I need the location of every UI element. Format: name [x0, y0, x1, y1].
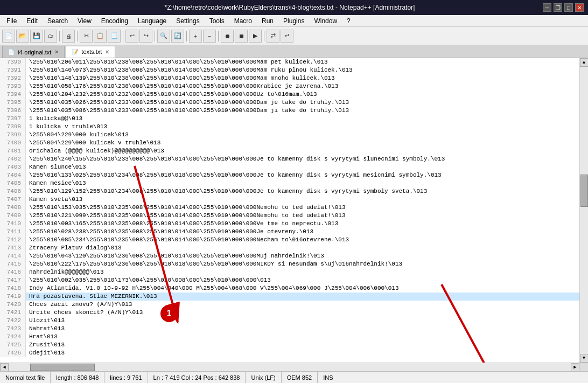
- tab-texts[interactable]: 📝 texts.txt ✕: [66, 46, 115, 58]
- line-number: 7415: [0, 260, 26, 268]
- line-number: 7390: [0, 58, 26, 66]
- table-row: 73971 kulicka@@\013: [0, 115, 579, 123]
- restore-button[interactable]: ❐: [554, 3, 562, 12]
- line-number: 7416: [0, 268, 26, 276]
- tb-zoom-in[interactable]: +: [189, 30, 202, 43]
- line-number: 7401: [0, 147, 26, 155]
- table-row: 7418Indy Atlantida, V1.0 10-9-92 H\255\0…: [0, 284, 579, 293]
- scroll-track[interactable]: [580, 67, 588, 354]
- scroll-left-button[interactable]: ◀: [0, 363, 9, 372]
- line-number: 7396: [0, 107, 26, 115]
- line-number: 7397: [0, 115, 26, 123]
- table-row: 7402\255\010\240\155\255\010\233\008\255…: [0, 155, 579, 163]
- tb-zoom-out[interactable]: −: [203, 30, 216, 43]
- editor-content[interactable]: 7390\255\010\206\011\255\010\238\008\255…: [0, 58, 579, 363]
- scroll-down-button[interactable]: ▼: [580, 354, 589, 363]
- line-content: \255\010\204\232\255\010\232\008\255\010…: [26, 90, 317, 99]
- line-number: 7395: [0, 99, 26, 107]
- menu-help[interactable]: ?: [342, 16, 355, 26]
- line-content: \255\010\140\073\255\010\238\008\255\010…: [26, 66, 353, 74]
- tb-sync[interactable]: ⇄: [267, 30, 279, 43]
- line-content: \255\004\229\000 kulicek\013: [26, 131, 129, 139]
- editor-container: 7390\255\010\206\011\255\010\238\008\255…: [0, 58, 588, 363]
- table-row: 7399\255\004\229\000 kulicek\013: [0, 131, 579, 139]
- scrollbar-h-container: ◀ ▶: [0, 363, 588, 371]
- menu-encoding[interactable]: Encoding: [97, 16, 132, 26]
- tab-close-1[interactable]: ✕: [54, 49, 59, 55]
- maximize-button[interactable]: □: [564, 3, 573, 12]
- toolbar-sep-6: [218, 31, 219, 41]
- status-bar: Normal text file length : 806 848 lines …: [0, 371, 588, 383]
- scrollbar-horizontal[interactable]: ◀ ▶: [0, 363, 579, 371]
- line-number: 7398: [0, 123, 26, 131]
- close-button[interactable]: ✕: [575, 3, 584, 12]
- toolbar-sep-7: [264, 31, 264, 41]
- tb-saveall[interactable]: 🗂: [44, 30, 57, 43]
- menu-macro[interactable]: Macro: [230, 16, 256, 26]
- toolbar-sep-1: [59, 31, 60, 41]
- table-row: 7415\255\010\222\175\255\010\236\008\255…: [0, 260, 579, 268]
- scrollbar-vertical[interactable]: ▲ ▼: [579, 58, 588, 363]
- line-number: 7400: [0, 139, 26, 147]
- scroll-h-thumb[interactable]: [30, 364, 95, 371]
- menu-tools[interactable]: Tools: [205, 16, 229, 26]
- tb-macro-rec[interactable]: ⏺: [221, 30, 234, 43]
- line-number: 7411: [0, 228, 26, 236]
- line-content: Zrusit\013: [26, 341, 65, 349]
- menu-view[interactable]: View: [73, 16, 96, 26]
- window-controls[interactable]: ─ ❐ □ ✕: [543, 3, 584, 12]
- line-number: 7408: [0, 204, 26, 212]
- line-content: 1 kulicka@@\013: [26, 115, 82, 123]
- line-number: 7393: [0, 82, 26, 90]
- tb-cut[interactable]: ✂: [80, 30, 93, 43]
- table-row: 7396\255\010\035\086\255\010\233\008\255…: [0, 107, 579, 115]
- tb-paste[interactable]: 📃: [108, 30, 121, 43]
- table-row: 7405Kamen mesice\013: [0, 179, 579, 187]
- tb-new[interactable]: 📄: [2, 30, 15, 43]
- scrollbar-corner: [579, 363, 588, 372]
- menu-settings[interactable]: Settings: [172, 16, 204, 26]
- tb-copy[interactable]: 📋: [94, 30, 107, 43]
- table-row: 7393\255\010\058\176\255\010\238\008\255…: [0, 82, 579, 90]
- scroll-up-button[interactable]: ▲: [580, 58, 589, 67]
- tb-print[interactable]: 🖨: [62, 30, 75, 43]
- table-row: 7414\255\010\043\120\255\010\236\008\255…: [0, 252, 579, 260]
- tab-i4-original[interactable]: 📄 i4-original.txt ✕: [2, 46, 65, 58]
- tb-replace[interactable]: 🔄: [171, 30, 184, 43]
- tab-close-2[interactable]: ✕: [105, 49, 109, 55]
- toolbar: 📄 📂 💾 🗂 🖨 ✂ 📋 📃 ↩ ↪ 🔍 🔄 + − ⏺ ⏹ ▶ ⇄ ↵: [0, 27, 588, 45]
- table-row: 7419Hra pozastavena. Stlac MEZERNIK.\013: [0, 293, 579, 301]
- tb-undo[interactable]: ↩: [125, 30, 138, 43]
- line-content: Hra pozastavena. Stlac MEZERNIK.\013: [26, 293, 157, 301]
- tb-open[interactable]: 📂: [16, 30, 29, 43]
- line-content: \255\010\002\035\255\010\173\004\255\010…: [26, 276, 271, 284]
- menu-run[interactable]: Run: [257, 16, 278, 26]
- tb-macro-stop[interactable]: ⏹: [235, 30, 248, 43]
- menu-file[interactable]: File: [2, 16, 21, 26]
- scroll-thumb[interactable]: [580, 175, 588, 207]
- line-content: Hrat\013: [26, 333, 58, 341]
- menu-language[interactable]: Language: [134, 16, 171, 26]
- menu-window[interactable]: Window: [310, 16, 341, 26]
- scroll-h-track[interactable]: [9, 363, 571, 371]
- table-row: 7395\255\010\035\026\255\010\233\008\255…: [0, 99, 579, 107]
- line-content: Ulozit\013: [26, 317, 65, 325]
- tb-macro-play[interactable]: ▶: [249, 30, 262, 43]
- line-content: \255\010\003\165\255\010\235\008\255\010…: [26, 220, 338, 228]
- line-content: 1 kulicka v truhle\013: [26, 123, 107, 131]
- menu-plugins[interactable]: Plugins: [279, 16, 309, 26]
- table-row: 7401orichalca (@@@@ kulicek)@@@@@@@@@@\0…: [0, 147, 579, 155]
- tb-find[interactable]: 🔍: [157, 30, 170, 43]
- scroll-right-button[interactable]: ▶: [571, 363, 579, 372]
- minimize-button[interactable]: ─: [543, 3, 551, 12]
- menu-search[interactable]: Search: [43, 16, 72, 26]
- tb-wrap[interactable]: ↵: [281, 30, 293, 43]
- line-number: 7425: [0, 341, 26, 349]
- tb-save[interactable]: 💾: [30, 30, 43, 43]
- status-encoding: OEM 852: [282, 372, 318, 383]
- status-length: length : 806 848: [51, 372, 104, 383]
- menu-edit[interactable]: Edit: [22, 16, 42, 26]
- tb-redo[interactable]: ↪: [139, 30, 152, 43]
- line-number: 7420: [0, 301, 26, 309]
- status-insert-mode: INS: [318, 372, 338, 383]
